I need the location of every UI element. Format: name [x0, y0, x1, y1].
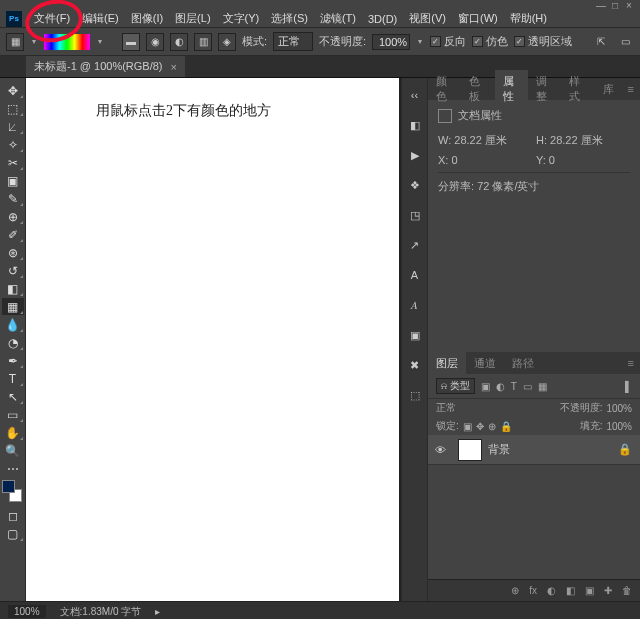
- status-dropdown-icon[interactable]: ▸: [155, 606, 160, 617]
- document-tab[interactable]: 未标题-1 @ 100%(RGB/8) ×: [26, 56, 185, 77]
- shape-tool[interactable]: ▭: [2, 406, 24, 423]
- dock-icon-3[interactable]: ❖: [406, 176, 424, 194]
- type-tool[interactable]: T: [2, 370, 24, 387]
- gradient-linear-button[interactable]: ▬: [122, 33, 140, 51]
- adjustment-layer-icon[interactable]: ◧: [566, 585, 575, 596]
- dock-icon-4[interactable]: ◳: [406, 206, 424, 224]
- menu-image[interactable]: 图像(I): [125, 9, 169, 28]
- menu-select[interactable]: 选择(S): [265, 9, 314, 28]
- blur-tool[interactable]: 💧: [2, 316, 24, 333]
- menu-edit[interactable]: 编辑(E): [76, 9, 125, 28]
- blend-mode-select[interactable]: 正常: [436, 401, 496, 415]
- dodge-tool[interactable]: ◔: [2, 334, 24, 351]
- panel-menu-icon[interactable]: ≡: [622, 83, 640, 95]
- tab-channels[interactable]: 通道: [466, 352, 504, 375]
- filter-pixel-icon[interactable]: ▣: [481, 381, 490, 392]
- lasso-tool[interactable]: ⟀: [2, 118, 24, 135]
- dock-icon-9[interactable]: ✖: [406, 356, 424, 374]
- zoom-tool[interactable]: 🔍: [2, 442, 24, 459]
- color-swatches[interactable]: [2, 480, 24, 502]
- frame-tool[interactable]: ▣: [2, 172, 24, 189]
- edit-toolbar[interactable]: ⋯: [2, 460, 24, 477]
- tab-paths[interactable]: 路径: [504, 352, 542, 375]
- minimize-button[interactable]: —: [594, 0, 608, 11]
- crop-tool[interactable]: ✂: [2, 154, 24, 171]
- eyedropper-tool[interactable]: ✎: [2, 190, 24, 207]
- menu-3d[interactable]: 3D(D): [362, 11, 403, 27]
- mode-select[interactable]: 正常: [273, 32, 313, 51]
- lock-artboard-icon[interactable]: ⊕: [488, 421, 496, 432]
- screen-mode-toggle[interactable]: ▢: [2, 525, 24, 542]
- dock-handle-icon[interactable]: ‹‹: [406, 86, 424, 104]
- dock-icon-6[interactable]: A: [406, 266, 424, 284]
- visibility-toggle-icon[interactable]: 👁: [428, 444, 452, 456]
- lock-pixels-icon[interactable]: ▣: [463, 421, 472, 432]
- opacity-input[interactable]: 100%: [372, 34, 410, 50]
- layer-filter-kind[interactable]: ⍾ 类型: [436, 378, 475, 394]
- gradient-angle-button[interactable]: ◐: [170, 33, 188, 51]
- transparency-checkbox[interactable]: ✓透明区域: [514, 34, 572, 49]
- stamp-tool[interactable]: ⊛: [2, 244, 24, 261]
- dock-icon-8[interactable]: ▣: [406, 326, 424, 344]
- tab-close-icon[interactable]: ×: [171, 61, 177, 73]
- delete-layer-icon[interactable]: 🗑: [622, 585, 632, 596]
- menu-filter[interactable]: 滤镜(T): [314, 9, 362, 28]
- zoom-level[interactable]: 100%: [8, 605, 46, 618]
- gradient-preview[interactable]: [44, 34, 90, 50]
- magic-wand-tool[interactable]: ✧: [2, 136, 24, 153]
- close-button[interactable]: ×: [622, 0, 636, 11]
- gradient-diamond-button[interactable]: ◈: [218, 33, 236, 51]
- layers-panel-menu-icon[interactable]: ≡: [622, 357, 640, 369]
- gradient-tool[interactable]: ▦: [2, 298, 24, 315]
- gradient-radial-button[interactable]: ◉: [146, 33, 164, 51]
- tool-preset-dropdown[interactable]: ▾: [30, 34, 38, 50]
- group-icon[interactable]: ▣: [585, 585, 594, 596]
- link-layers-icon[interactable]: ⊕: [511, 585, 519, 596]
- filter-shape-icon[interactable]: ▭: [523, 381, 532, 392]
- dock-icon-5[interactable]: ↗: [406, 236, 424, 254]
- fill-input[interactable]: 100%: [606, 421, 632, 432]
- layer-row[interactable]: 👁 背景 🔒: [428, 435, 640, 465]
- filter-toggle-icon[interactable]: ▌: [625, 381, 632, 392]
- layer-opacity-input[interactable]: 100%: [606, 403, 632, 414]
- tab-layers[interactable]: 图层: [428, 352, 466, 375]
- reverse-checkbox[interactable]: ✓反向: [430, 34, 466, 49]
- dock-icon-1[interactable]: ◧: [406, 116, 424, 134]
- layer-name[interactable]: 背景: [488, 442, 510, 457]
- menu-window[interactable]: 窗口(W): [452, 9, 504, 28]
- dock-icon-2[interactable]: ▶: [406, 146, 424, 164]
- dither-checkbox[interactable]: ✓仿色: [472, 34, 508, 49]
- path-select-tool[interactable]: ↖: [2, 388, 24, 405]
- menu-layer[interactable]: 图层(L): [169, 9, 216, 28]
- filter-type-icon[interactable]: T: [511, 381, 517, 392]
- foreground-color-swatch[interactable]: [2, 480, 15, 493]
- document-info[interactable]: 文档:1.83M/0 字节: [60, 605, 142, 619]
- tab-libraries[interactable]: 库: [595, 78, 622, 101]
- maximize-button[interactable]: □: [608, 0, 622, 11]
- document-canvas[interactable]: 用鼠标点击2下有颜色的地方: [26, 78, 399, 601]
- filter-adjust-icon[interactable]: ◐: [496, 381, 505, 392]
- menu-file[interactable]: 文件(F): [28, 9, 76, 28]
- gradient-picker-dropdown[interactable]: ▾: [96, 34, 104, 50]
- eraser-tool[interactable]: ◧: [2, 280, 24, 297]
- gradient-tool-icon[interactable]: ▦: [6, 33, 24, 51]
- filter-smart-icon[interactable]: ▦: [538, 381, 547, 392]
- lock-position-icon[interactable]: ✥: [476, 421, 484, 432]
- dock-icon-7[interactable]: 𝐴: [406, 296, 424, 314]
- menu-view[interactable]: 视图(V): [403, 9, 452, 28]
- layer-fx-icon[interactable]: fx: [529, 585, 537, 596]
- hand-tool[interactable]: ✋: [2, 424, 24, 441]
- healing-tool[interactable]: ⊕: [2, 208, 24, 225]
- move-tool[interactable]: ✥: [2, 82, 24, 99]
- layer-thumbnail[interactable]: [458, 439, 482, 461]
- new-layer-icon[interactable]: ✚: [604, 585, 612, 596]
- menu-help[interactable]: 帮助(H): [504, 9, 553, 28]
- workspace-icon[interactable]: ▭: [616, 33, 634, 51]
- marquee-tool[interactable]: ⬚: [2, 100, 24, 117]
- layer-mask-icon[interactable]: ◐: [547, 585, 556, 596]
- lock-all-icon[interactable]: 🔒: [500, 421, 512, 432]
- dock-icon-10[interactable]: ⬚: [406, 386, 424, 404]
- opacity-dropdown[interactable]: ▾: [416, 34, 424, 50]
- gradient-reflected-button[interactable]: ▥: [194, 33, 212, 51]
- share-icon[interactable]: ⇱: [592, 33, 610, 51]
